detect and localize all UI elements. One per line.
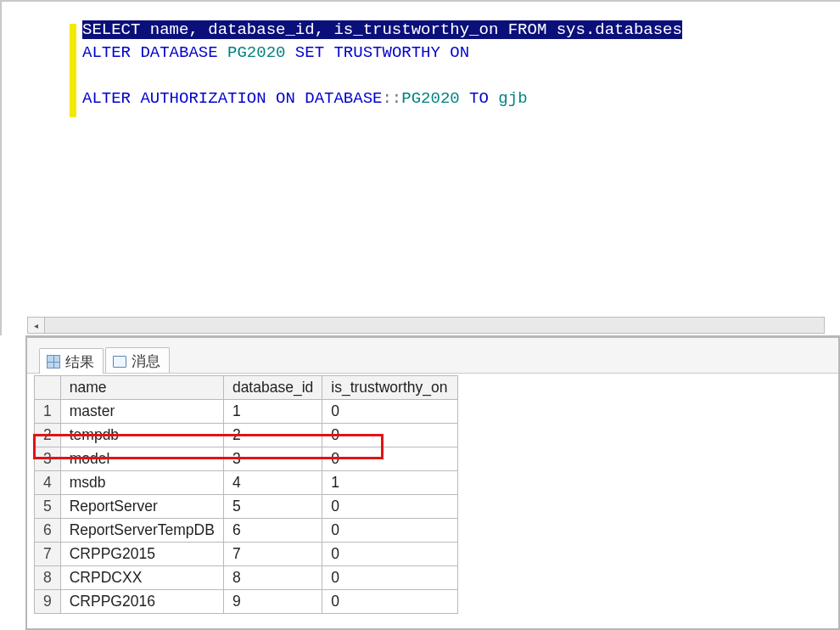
- cell-trust[interactable]: 0: [322, 566, 458, 590]
- results-grid[interactable]: name database_id is_trustworthy_on 1mast…: [34, 375, 458, 614]
- cell-name[interactable]: CRPDCXX: [60, 566, 223, 590]
- cell-trust[interactable]: 0: [322, 424, 458, 447]
- cell-trust[interactable]: 1: [322, 471, 458, 495]
- cell-dbid[interactable]: 3: [223, 447, 322, 471]
- rownum-cell[interactable]: 6: [35, 519, 61, 543]
- cell-trust[interactable]: 0: [322, 543, 458, 566]
- sql-line-1[interactable]: SELECT name, database_id, is_trustworthy…: [40, 19, 840, 42]
- results-tab-bar: 结果 消息: [27, 338, 838, 374]
- sql-line-2[interactable]: ALTER DATABASE PG2020 SET TRUSTWORTHY ON: [40, 42, 840, 65]
- cell-name[interactable]: CRPPG2015: [60, 543, 223, 566]
- rownum-cell[interactable]: 2: [35, 424, 61, 447]
- cell-dbid[interactable]: 7: [223, 543, 322, 566]
- message-icon: [113, 354, 126, 368]
- change-marker: [70, 24, 80, 117]
- tab-messages-label: 消息: [132, 352, 160, 371]
- rownum-cell[interactable]: 3: [35, 447, 61, 471]
- cell-dbid[interactable]: 4: [223, 471, 322, 495]
- rownum-cell[interactable]: 9: [35, 590, 61, 614]
- cell-trust[interactable]: 0: [322, 590, 458, 614]
- cell-name[interactable]: ReportServerTempDB: [60, 519, 223, 543]
- rownum-cell[interactable]: 5: [35, 495, 61, 519]
- rownum-cell[interactable]: 8: [35, 566, 61, 590]
- tab-results[interactable]: 结果: [39, 348, 104, 374]
- sql-line-4[interactable]: ALTER AUTHORIZATION ON DATABASE::PG2020 …: [40, 87, 840, 110]
- tab-results-label: 结果: [65, 352, 94, 372]
- cell-trust[interactable]: 0: [322, 447, 458, 471]
- cell-dbid[interactable]: 8: [223, 566, 322, 590]
- cell-name[interactable]: CRPPG2016: [60, 590, 223, 614]
- col-header-trust[interactable]: is_trustworthy_on: [322, 376, 458, 400]
- rownum-cell[interactable]: 4: [35, 471, 61, 495]
- table-row[interactable]: 9CRPPG201690: [35, 590, 458, 614]
- cell-dbid[interactable]: 6: [223, 519, 322, 543]
- scroll-left-button[interactable]: ◂: [28, 318, 45, 333]
- selection-highlight[interactable]: SELECT name, database_id, is_trustworthy…: [82, 20, 682, 39]
- cell-dbid[interactable]: 9: [223, 590, 322, 614]
- col-header-dbid[interactable]: database_id: [223, 376, 322, 400]
- cell-name[interactable]: msdb: [60, 471, 223, 495]
- results-grid-container: name database_id is_trustworthy_on 1mast…: [27, 374, 838, 614]
- cell-name[interactable]: tempdb: [60, 424, 223, 447]
- cell-name[interactable]: master: [60, 400, 223, 424]
- rownum-cell[interactable]: 7: [35, 543, 61, 566]
- sql-editor-pane[interactable]: SELECT name, database_id, is_trustworthy…: [0, 0, 840, 335]
- sql-line-3[interactable]: [40, 65, 840, 87]
- rownum-cell[interactable]: 1: [35, 400, 61, 424]
- cell-name[interactable]: model: [60, 447, 223, 471]
- grid-icon: [47, 355, 60, 368]
- table-row[interactable]: 2tempdb20: [35, 424, 458, 447]
- table-row[interactable]: 6ReportServerTempDB60: [35, 519, 458, 543]
- cell-trust[interactable]: 0: [322, 495, 458, 519]
- table-row[interactable]: 4msdb41: [35, 471, 458, 495]
- cell-name[interactable]: ReportServer: [60, 495, 223, 519]
- horizontal-scrollbar[interactable]: ◂: [27, 317, 825, 334]
- cell-dbid[interactable]: 2: [223, 424, 322, 447]
- tab-messages[interactable]: 消息: [105, 347, 170, 373]
- cell-trust[interactable]: 0: [322, 400, 458, 424]
- table-row[interactable]: 5ReportServer50: [35, 495, 458, 519]
- cell-dbid[interactable]: 1: [223, 400, 322, 424]
- ssms-window: SELECT name, database_id, is_trustworthy…: [0, 0, 840, 630]
- results-panel: 结果 消息 name database_id is_trustworthy_on…: [25, 335, 840, 630]
- table-row[interactable]: 8CRPDCXX80: [35, 566, 458, 590]
- col-header-name[interactable]: name: [60, 376, 223, 400]
- rownum-header[interactable]: [35, 376, 61, 400]
- header-row: name database_id is_trustworthy_on: [35, 376, 458, 400]
- cell-trust[interactable]: 0: [322, 519, 458, 543]
- cell-dbid[interactable]: 5: [223, 495, 322, 519]
- table-row[interactable]: 3model30: [35, 447, 458, 471]
- table-row[interactable]: 1master10: [35, 400, 458, 424]
- table-row[interactable]: 7CRPPG201570: [35, 543, 458, 566]
